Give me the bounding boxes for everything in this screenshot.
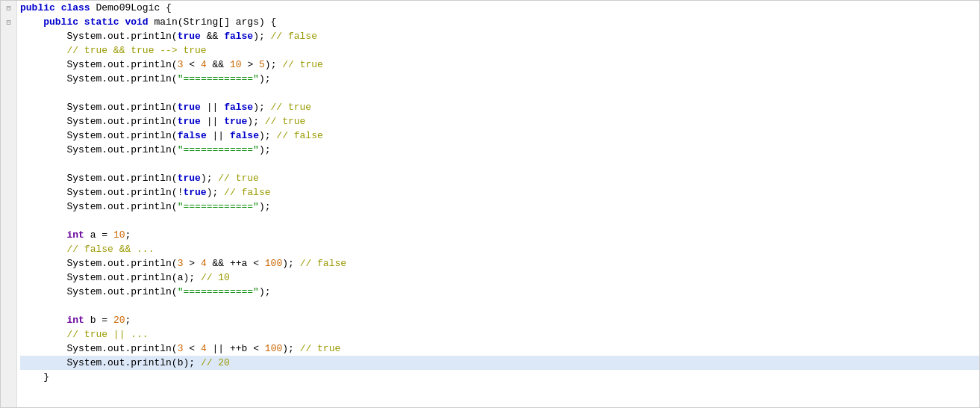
gutter-line-27 [1, 370, 16, 384]
gutter-line-8 [1, 100, 16, 114]
gutter-line-25 [1, 341, 16, 356]
code-line-5: System.out.println(3 < 4 && 10 > 5); // … [20, 58, 979, 72]
gutter-line-12 [1, 157, 16, 171]
code-line-24: // true || ... [20, 327, 979, 341]
code-line-2: public static void main(String[] args) { [20, 15, 979, 29]
gutter-line-17 [1, 228, 16, 242]
gutter-line-26 [1, 356, 16, 370]
code-line-18: // false && ... [20, 242, 979, 256]
code-line-9: System.out.println(true || true); // tru… [20, 114, 979, 129]
gutter-line-19 [1, 256, 16, 271]
gutter-line-21 [1, 285, 16, 299]
gutter-line-10 [1, 129, 16, 143]
gutter-line-5 [1, 58, 16, 72]
gutter-line-6 [1, 72, 16, 86]
code-line-7 [20, 86, 979, 100]
code-line-11: System.out.println("============"); [20, 143, 979, 157]
gutter-line-7 [1, 86, 16, 100]
code-editor: ⊟⊟ public class Demo09Logic { public sta… [0, 0, 980, 408]
code-line-21: System.out.println("============"); [20, 285, 979, 299]
gutter-line-14 [1, 185, 16, 200]
line-gutter: ⊟⊟ [1, 1, 17, 407]
code-line-19: System.out.println(3 > 4 && ++a < 100); … [20, 256, 979, 271]
gutter-line-1: ⊟ [1, 1, 16, 15]
gutter-line-9 [1, 114, 16, 129]
code-line-3: System.out.println(true && false); // fa… [20, 29, 979, 43]
gutter-line-24 [1, 327, 16, 341]
gutter-line-18 [1, 242, 16, 256]
code-area[interactable]: public class Demo09Logic { public static… [17, 1, 979, 407]
gutter-line-2: ⊟ [1, 15, 16, 29]
code-line-4: // true && true --> true [20, 43, 979, 58]
gutter-line-16 [1, 214, 16, 228]
code-line-25: System.out.println(3 < 4 || ++b < 100); … [20, 341, 979, 356]
gutter-line-20 [1, 271, 16, 285]
code-line-6: System.out.println("============"); [20, 72, 979, 86]
gutter-line-11 [1, 143, 16, 157]
code-line-12 [20, 157, 979, 171]
gutter-line-3 [1, 29, 16, 43]
gutter-line-4 [1, 43, 16, 58]
code-line-17: int a = 10; [20, 228, 979, 242]
code-line-27: } [20, 370, 979, 384]
code-line-15: System.out.println("============"); [20, 200, 979, 214]
code-line-1: public class Demo09Logic { [20, 1, 979, 15]
code-line-13: System.out.println(true); // true [20, 171, 979, 185]
code-line-22 [20, 299, 979, 313]
gutter-line-22 [1, 299, 16, 313]
code-line-20: System.out.println(a); // 10 [20, 271, 979, 285]
code-line-8: System.out.println(true || false); // tr… [20, 100, 979, 114]
gutter-line-15 [1, 200, 16, 214]
code-line-23: int b = 20; [20, 313, 979, 327]
code-line-10: System.out.println(false || false); // f… [20, 129, 979, 143]
gutter-line-13 [1, 171, 16, 185]
code-line-14: System.out.println(!true); // false [20, 185, 979, 200]
code-line-16 [20, 214, 979, 228]
code-line-26: System.out.println(b); // 20 [20, 356, 979, 370]
gutter-line-23 [1, 313, 16, 327]
